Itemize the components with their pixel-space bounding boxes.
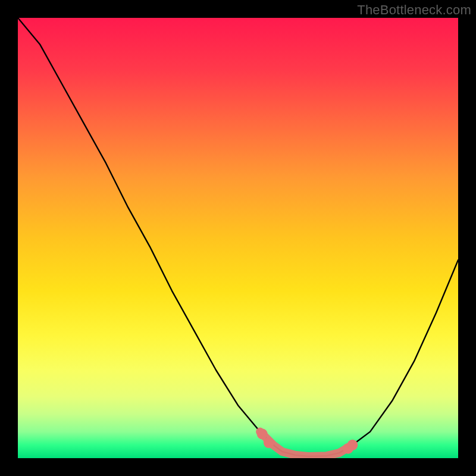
chart-frame [18, 18, 458, 458]
chart-svg [18, 18, 458, 458]
optimal-marker-dot [347, 440, 358, 450]
optimal-marker-dot [264, 437, 274, 448]
watermark-text: TheBottleneck.com [357, 2, 471, 18]
bottleneck-curve [18, 18, 458, 456]
optimal-marker-dot [257, 428, 268, 439]
